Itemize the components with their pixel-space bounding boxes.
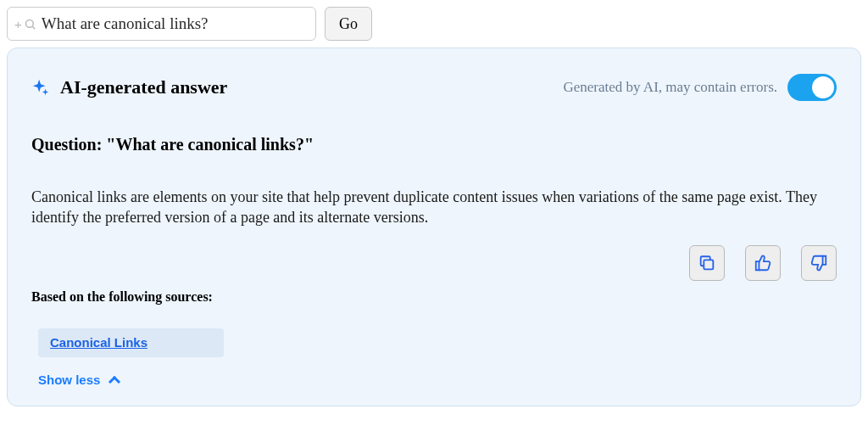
feedback-actions (31, 245, 837, 281)
ai-answer-text: Canonical links are elements on your sit… (31, 187, 837, 228)
copy-icon (698, 254, 716, 272)
svg-rect-2 (704, 260, 713, 269)
thumbs-down-icon (810, 254, 828, 272)
question-prefix: Question: (31, 135, 106, 154)
show-less-label: Show less (38, 373, 100, 387)
go-button[interactable]: Go (325, 7, 372, 41)
ai-answer-toggle[interactable] (787, 74, 837, 101)
search-input[interactable] (42, 14, 309, 33)
sparkle-icon (31, 78, 50, 97)
source-chip[interactable]: Canonical Links (38, 328, 224, 357)
thumbs-up-button[interactable] (745, 245, 781, 281)
ai-disclaimer: Generated by AI, may contain errors. (563, 79, 777, 96)
ai-answer-panel: AI-generated answer Generated by AI, may… (7, 48, 861, 406)
thumbs-up-icon (754, 254, 772, 272)
add-search-icon: + (14, 17, 36, 31)
toggle-knob (812, 76, 834, 98)
show-less-toggle[interactable]: Show less (38, 373, 837, 387)
svg-point-0 (25, 20, 33, 27)
chevron-up-icon (108, 376, 120, 388)
search-bar: + Go (7, 7, 861, 41)
sources-label: Based on the following sources: (31, 289, 837, 305)
search-input-wrap[interactable]: + (7, 7, 316, 41)
source-link[interactable]: Canonical Links (50, 335, 147, 350)
thumbs-down-button[interactable] (801, 245, 837, 281)
panel-title: AI-generated answer (60, 76, 227, 98)
copy-button[interactable] (689, 245, 725, 281)
question-text: "What are canonical links?" (106, 135, 314, 154)
question-heading: Question: "What are canonical links?" (31, 135, 837, 154)
svg-line-1 (32, 26, 35, 29)
panel-header: AI-generated answer Generated by AI, may… (31, 74, 837, 101)
